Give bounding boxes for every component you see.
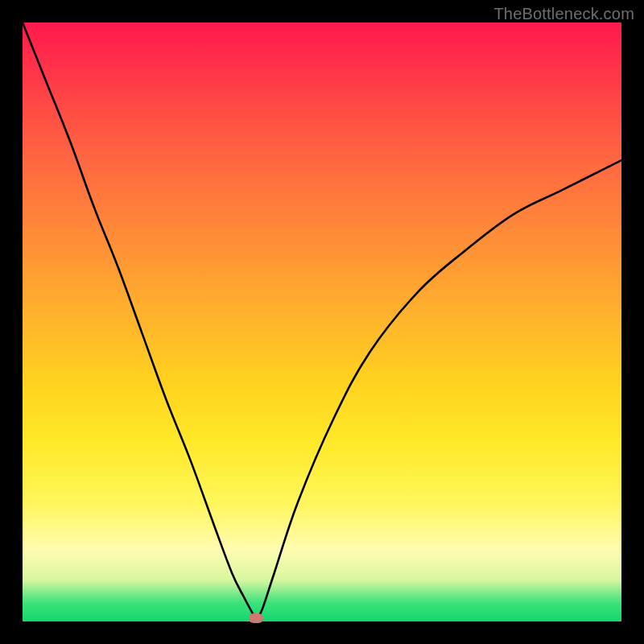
- minimum-marker: [249, 613, 263, 623]
- watermark-text: TheBottleneck.com: [493, 5, 634, 23]
- chart-frame: TheBottleneck.com: [0, 0, 644, 644]
- bottleneck-curve: [23, 23, 621, 621]
- gradient-plot-area: [23, 23, 621, 621]
